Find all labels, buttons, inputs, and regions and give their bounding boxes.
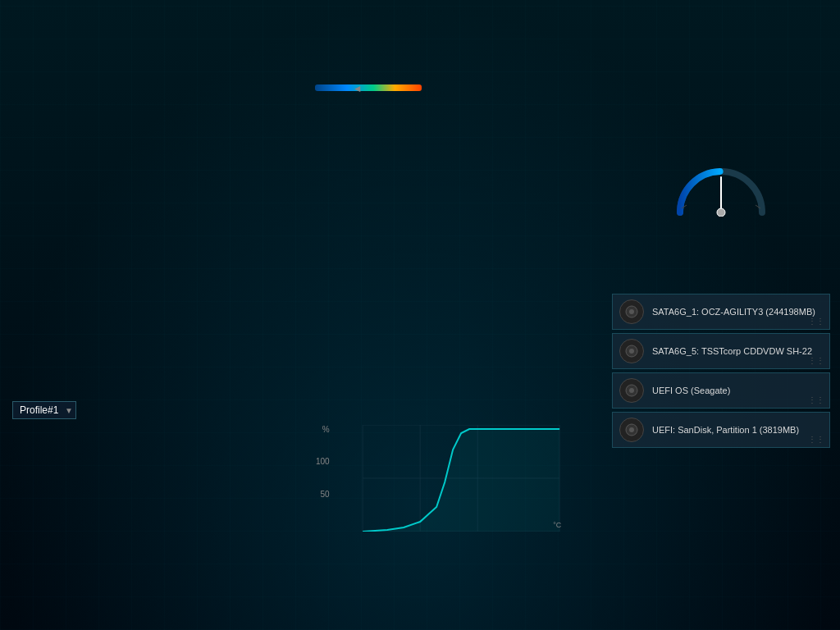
drag-handle-4[interactable]: ⋮⋮ (808, 435, 824, 444)
drag-handle-3[interactable]: ⋮⋮ (808, 395, 824, 404)
svg-point-25 (629, 388, 634, 393)
drag-handle-2[interactable]: ⋮⋮ (808, 356, 824, 365)
boot-item-3[interactable]: UEFI OS (Seagate) ⋮⋮ (612, 372, 830, 409)
svg-point-27 (629, 427, 634, 432)
boot-item-1[interactable]: SATA6G_1: OCZ-AGILITY3 (244198MB) ⋮⋮ (612, 294, 830, 330)
svg-point-1 (717, 208, 725, 217)
svg-point-23 (629, 349, 634, 354)
gauge (612, 159, 830, 217)
drive-icon-2 (619, 339, 644, 363)
gauge-svg (672, 159, 770, 217)
boot-item-2-label: SATA6G_5: TSSTcorp CDDVDW SH-22 (652, 346, 812, 356)
docp-dropdown-wrap[interactable]: Profile#1 ▼ (12, 401, 76, 419)
svg-text:°C: °C (553, 521, 562, 529)
chart-area: % 100 50 0 (316, 425, 589, 532)
svg-point-21 (629, 309, 634, 314)
boot-item-2[interactable]: SATA6G_5: TSSTcorp CDDVDW SH-22 ⋮⋮ (612, 333, 830, 369)
boot-item-1-label: SATA6G_1: OCZ-AGILITY3 (244198MB) (652, 307, 815, 317)
boot-item-4-label: UEFI: SanDisk, Partition 1 (3819MB) (652, 425, 799, 435)
boot-item-4[interactable]: UEFI: SanDisk, Partition 1 (3819MB) ⋮⋮ (612, 412, 830, 448)
drag-handle-1[interactable]: ⋮⋮ (808, 317, 824, 326)
fan-chart-svg: 0 30 70 100 °C (333, 425, 589, 532)
svg-marker-14 (363, 429, 559, 532)
docp-dropdown[interactable]: Profile#1 (12, 401, 76, 419)
boot-item-3-label: UEFI OS (Seagate) (652, 386, 730, 395)
drive-icon-1 (619, 299, 644, 324)
drive-icon-4 (619, 418, 644, 442)
drive-icon-3 (619, 378, 644, 403)
y-axis: % 100 50 0 (316, 425, 333, 532)
